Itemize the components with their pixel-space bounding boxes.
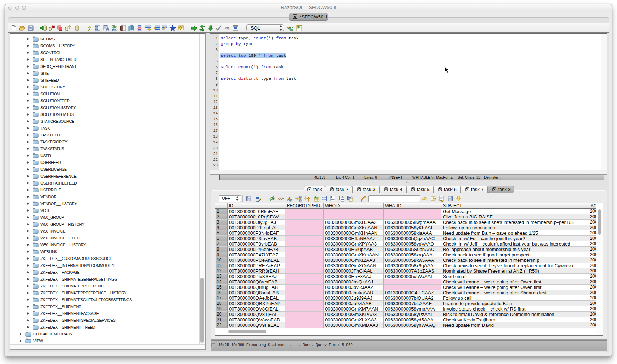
svg-text:66: 66 [278, 196, 282, 201]
svg-text:66: 66 [287, 25, 292, 29]
